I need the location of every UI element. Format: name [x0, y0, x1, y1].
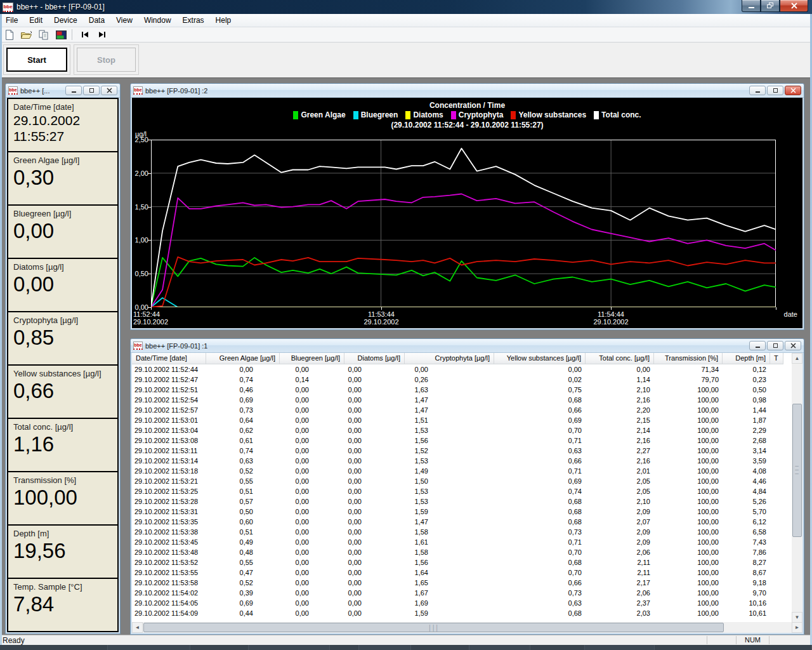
- table-column-header[interactable]: Bluegreen [µg/l]: [280, 353, 344, 364]
- values-close-button[interactable]: [101, 86, 117, 95]
- table-row[interactable]: 29.10.2002 11:54:050,690,000,001,690,632…: [132, 598, 792, 608]
- table-cell: 9,70: [723, 588, 770, 598]
- last-record-icon: [98, 31, 106, 38]
- table-minimize-button[interactable]: [749, 341, 766, 350]
- taskbar-segment[interactable]: [0, 645, 108, 650]
- taskbar-segment[interactable]: [655, 645, 812, 650]
- taskbar-segment[interactable]: [108, 645, 190, 650]
- title-bar[interactable]: bbe bbe++ - bbe++ [FP-09-01]: [0, 0, 812, 14]
- restore-button[interactable]: [761, 0, 780, 12]
- table-column-header[interactable]: Total conc. [µg/l]: [586, 353, 654, 364]
- table-row[interactable]: 29.10.2002 11:54:020,390,000,001,670,732…: [132, 588, 792, 598]
- status-pane-right: [769, 636, 812, 644]
- table-row[interactable]: 29.10.2002 11:53:520,550,000,001,560,682…: [132, 557, 792, 567]
- scroll-right-button[interactable]: ►: [792, 622, 802, 633]
- taskbar-segment[interactable]: [469, 645, 530, 650]
- legend-swatch: [594, 111, 599, 119]
- table-row[interactable]: 29.10.2002 11:53:280,570,000,001,530,682…: [132, 496, 792, 507]
- table-row[interactable]: 29.10.2002 11:53:310,500,000,001,590,682…: [132, 507, 792, 517]
- start-button[interactable]: Start: [6, 48, 67, 72]
- table-row[interactable]: 29.10.2002 11:53:450,490,000,001,610,712…: [132, 537, 792, 547]
- table-row[interactable]: 29.10.2002 11:53:250,510,000,001,530,742…: [132, 486, 792, 496]
- first-record-button[interactable]: [77, 28, 93, 41]
- table-row[interactable]: 29.10.2002 11:53:110,740,000,001,520,632…: [132, 446, 792, 456]
- stop-button[interactable]: Stop: [77, 48, 136, 72]
- legend-item: Bluegreen: [353, 110, 398, 119]
- scroll-left-button[interactable]: ◄: [132, 622, 143, 633]
- table-column-header[interactable]: Diatoms [µg/l]: [344, 353, 405, 364]
- table-row[interactable]: 29.10.2002 11:52:440,000,000,000,000,000…: [132, 364, 792, 375]
- table-row[interactable]: 29.10.2002 11:52:470,740,140,000,260,021…: [132, 375, 792, 385]
- table-row[interactable]: 29.10.2002 11:54:090,440,000,001,590,682…: [132, 608, 792, 618]
- table-column-header[interactable]: Depth [m]: [723, 353, 770, 364]
- table-row[interactable]: 29.10.2002 11:53:550,470,000,001,640,702…: [132, 567, 792, 578]
- taskbar-segment[interactable]: [411, 645, 469, 650]
- close-button[interactable]: [780, 0, 808, 12]
- table-column-header[interactable]: Transmission [%]: [654, 353, 723, 364]
- menu-item-view[interactable]: View: [110, 14, 138, 27]
- scroll-down-button[interactable]: ▼: [792, 612, 802, 623]
- table-cell: 100,00: [654, 527, 723, 537]
- table-cell: 29.10.2002 11:52:51: [132, 385, 206, 395]
- table-row[interactable]: 29.10.2002 11:52:570,730,000,001,470,662…: [132, 405, 792, 415]
- table-row[interactable]: 29.10.2002 11:53:040,620,000,001,530,702…: [132, 425, 792, 435]
- horizontal-scrollbar[interactable]: ◄ │││ ►: [132, 622, 802, 633]
- chart-minimize-button[interactable]: [749, 86, 766, 95]
- minimize-button[interactable]: [742, 0, 761, 12]
- table-cell: 1,47: [405, 517, 494, 527]
- taskbar-segment[interactable]: [585, 645, 655, 650]
- chart-window-titlebar[interactable]: bbe bbe++ [FP-09-01] :2: [131, 84, 804, 98]
- table-row[interactable]: 29.10.2002 11:53:380,510,000,001,580,732…: [132, 527, 792, 537]
- vertical-scrollbar[interactable]: ▲ ─── ▼: [792, 353, 802, 623]
- vertical-scroll-thumb[interactable]: ───: [792, 404, 802, 537]
- menu-item-help[interactable]: Help: [210, 14, 237, 27]
- menu-item-window[interactable]: Window: [138, 14, 177, 27]
- table-row[interactable]: 29.10.2002 11:53:480,480,000,001,580,702…: [132, 547, 792, 557]
- copy-button[interactable]: [36, 28, 51, 41]
- horizontal-scroll-thumb[interactable]: │││: [143, 623, 724, 632]
- last-record-button[interactable]: [95, 28, 110, 41]
- table-row[interactable]: 29.10.2002 11:53:350,600,000,001,470,682…: [132, 517, 792, 527]
- taskbar-segment[interactable]: [330, 645, 359, 650]
- scroll-up-button[interactable]: ▲: [792, 353, 802, 364]
- taskbar-edge[interactable]: [0, 645, 812, 650]
- open-file-button[interactable]: [19, 28, 34, 41]
- first-record-icon: [81, 31, 89, 38]
- table-row[interactable]: 29.10.2002 11:53:210,550,000,001,500,692…: [132, 476, 792, 486]
- taskbar-segment[interactable]: [530, 645, 585, 650]
- table-cell: 0,00: [344, 456, 405, 466]
- values-window-titlebar[interactable]: bbe bbe++ [...: [6, 84, 120, 98]
- table-row[interactable]: 29.10.2002 11:52:540,690,000,001,470,682…: [132, 395, 792, 405]
- taskbar-segment[interactable]: [190, 645, 249, 650]
- table-column-header[interactable]: Cryptophyta [µg/l]: [405, 353, 494, 364]
- color-setup-button[interactable]: [53, 28, 69, 41]
- table-cell: 0,00: [280, 557, 344, 567]
- table-column-header[interactable]: Date/Time [date]: [132, 353, 206, 364]
- table-window-titlebar[interactable]: bbe bbe++ [FP-09-01] :1: [131, 339, 804, 353]
- taskbar-segment[interactable]: [249, 645, 330, 650]
- menu-item-device[interactable]: Device: [48, 14, 83, 27]
- taskbar-segment[interactable]: [359, 645, 411, 650]
- table-column-header[interactable]: Green Algae [µg/l]: [206, 353, 280, 364]
- menu-item-file[interactable]: File: [0, 14, 23, 27]
- values-restore-button[interactable]: [83, 86, 100, 95]
- table-column-header[interactable]: Yellow substances [µg/l]: [494, 353, 586, 364]
- menu-item-data[interactable]: Data: [83, 14, 110, 27]
- table-column-header[interactable]: T: [770, 353, 783, 364]
- table-row[interactable]: 29.10.2002 11:53:180,520,000,001,490,712…: [132, 466, 792, 476]
- table-row[interactable]: 29.10.2002 11:53:140,630,000,001,530,662…: [132, 456, 792, 466]
- chart-maximize-button[interactable]: [767, 86, 783, 95]
- table-maximize-button[interactable]: [767, 341, 783, 350]
- table-row[interactable]: 29.10.2002 11:53:580,520,000,001,650,662…: [132, 578, 792, 588]
- legend-item: Cryptophyta: [451, 110, 504, 119]
- menu-item-extras[interactable]: Extras: [177, 14, 210, 27]
- table-row[interactable]: 29.10.2002 11:53:010,640,000,001,510,692…: [132, 415, 792, 425]
- value-cell: Green Algae [µg/l]0,30: [8, 152, 117, 204]
- chart-close-button[interactable]: [785, 86, 801, 95]
- new-document-button[interactable]: [2, 28, 17, 41]
- table-row[interactable]: 29.10.2002 11:52:510,460,000,001,630,752…: [132, 385, 792, 395]
- table-close-button[interactable]: [785, 341, 801, 350]
- menu-item-edit[interactable]: Edit: [23, 14, 48, 27]
- table-row[interactable]: 29.10.2002 11:53:080,610,000,001,560,712…: [132, 435, 792, 446]
- values-minimize-button[interactable]: [65, 86, 82, 95]
